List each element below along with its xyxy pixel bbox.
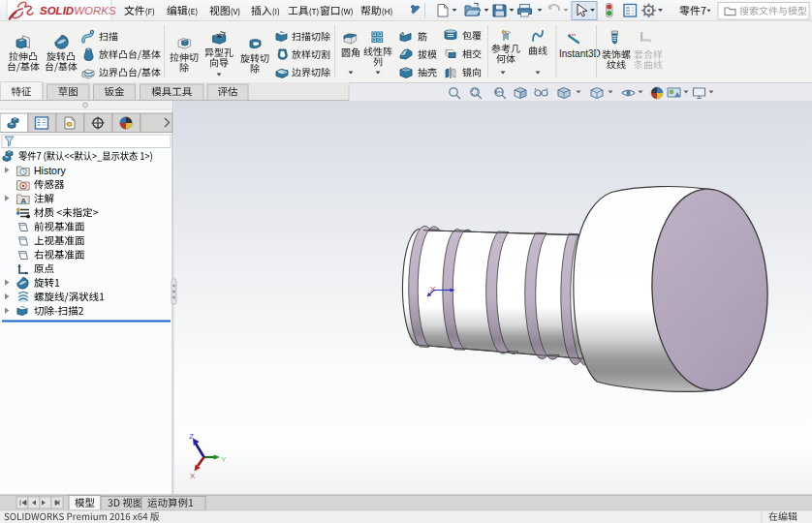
- svg-text:X: X: [190, 472, 196, 480]
- svg-text:Z: Z: [189, 432, 194, 441]
- svg-text:A: A: [20, 197, 26, 205]
- svg-text:Instant3D: Instant3D: [559, 48, 601, 59]
- svg-text:History: History: [34, 165, 66, 176]
- svg-text:SOLIDWORKS: SOLIDWORKS: [40, 5, 116, 16]
- svg-text:Y: Y: [221, 455, 227, 464]
